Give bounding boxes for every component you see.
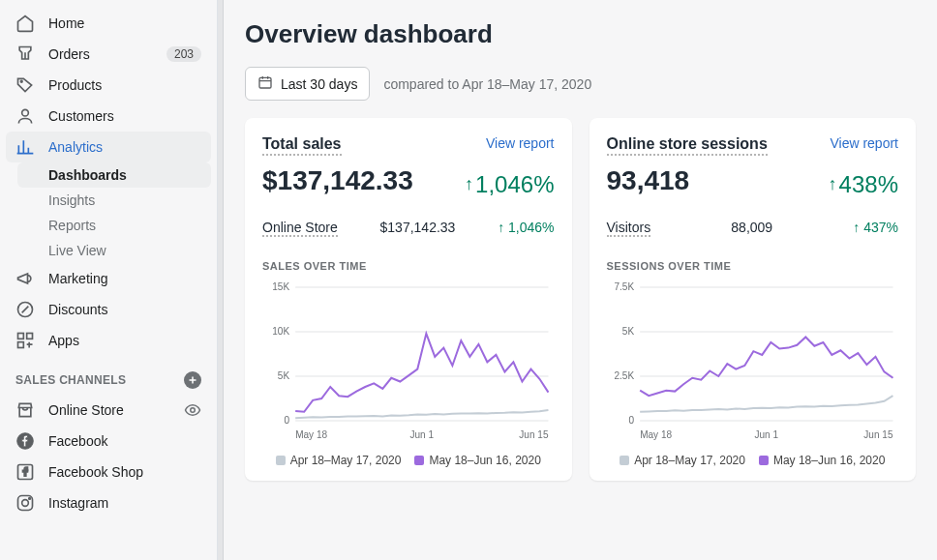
date-range-button[interactable]: Last 30 days — [245, 67, 370, 101]
nav-customers[interactable]: Customers — [6, 101, 211, 132]
svg-text:Jun 1: Jun 1 — [410, 429, 435, 440]
nav-label: Analytics — [48, 139, 201, 155]
nav-analytics[interactable]: Analytics — [6, 132, 211, 162]
instagram-icon — [15, 493, 35, 513]
arrow-up-icon: ↑ — [829, 174, 837, 194]
subnav-dashboards[interactable]: Dashboards — [17, 162, 211, 188]
apps-icon — [15, 331, 35, 350]
sessions-chart: 02.5K5K7.5KMay 18Jun 1Jun 15 — [607, 280, 899, 444]
svg-text:7.5K: 7.5K — [614, 281, 634, 292]
channel-facebook[interactable]: Facebook — [6, 426, 211, 457]
add-channel-button[interactable] — [184, 371, 201, 389]
legend-cur: May 18–Jun 16, 2020 — [759, 454, 885, 467]
svg-text:10K: 10K — [272, 326, 289, 337]
nav-label: Home — [48, 15, 201, 31]
chart-legend: Apr 18–May 17, 2020 May 18–Jun 16, 2020 — [262, 454, 555, 467]
chart-legend: Apr 18–May 17, 2020 May 18–Jun 16, 2020 — [607, 454, 899, 467]
svg-rect-12 — [259, 77, 271, 88]
nav-apps[interactable]: Apps — [6, 325, 211, 356]
compare-text: compared to Apr 18–May 17, 2020 — [383, 76, 591, 92]
orders-badge: 203 — [166, 46, 201, 62]
svg-rect-5 — [18, 342, 24, 348]
analytics-subnav: Dashboards Insights Reports Live View — [17, 162, 211, 263]
chart-title: SESSIONS OVER TIME — [607, 260, 899, 272]
nav-home[interactable]: Home — [6, 8, 211, 39]
svg-text:15K: 15K — [272, 281, 289, 292]
orders-icon — [15, 44, 35, 64]
svg-point-10 — [22, 500, 29, 507]
sidebar: Home Orders 203 Products Customers Analy… — [0, 0, 218, 560]
svg-rect-3 — [18, 334, 24, 339]
store-icon — [15, 400, 35, 420]
subrow-value: $137,142.33 — [380, 220, 456, 237]
svg-text:Jun 15: Jun 15 — [519, 429, 549, 440]
total-sales-change: ↑1,046% — [465, 171, 554, 198]
arrow-up-icon: ↑ — [465, 174, 473, 194]
discount-icon — [15, 300, 35, 319]
svg-text:0: 0 — [628, 415, 634, 426]
subrow-label: Online Store — [262, 220, 338, 237]
facebook-icon — [15, 431, 35, 451]
sales-channels-header: SALES CHANNELS — [6, 356, 211, 395]
section-title: SALES CHANNELS — [15, 373, 126, 387]
svg-text:May 18: May 18 — [640, 429, 672, 440]
subrow-label: Visitors — [607, 220, 651, 237]
view-report-link[interactable]: View report — [486, 135, 555, 151]
total-sales-value: $137,142.33 — [262, 165, 413, 196]
eye-icon[interactable] — [184, 401, 201, 419]
nav-orders[interactable]: Orders 203 — [6, 39, 211, 70]
card-title: Online store sessions — [607, 135, 768, 156]
date-range-label: Last 30 days — [281, 76, 357, 92]
svg-point-11 — [29, 498, 31, 500]
channel-instagram[interactable]: Instagram — [6, 487, 211, 518]
card-title: Total sales — [262, 135, 342, 156]
nav-label: Orders — [48, 46, 153, 62]
nav-label: Facebook Shop — [48, 464, 201, 480]
home-icon — [15, 14, 35, 33]
calendar-icon — [257, 74, 273, 93]
main-content: Overview dashboard Last 30 days compared… — [224, 0, 937, 560]
sessions-change: ↑438% — [829, 171, 898, 198]
megaphone-icon — [15, 269, 35, 288]
page-title: Overview dashboard — [245, 19, 916, 49]
view-report-link[interactable]: View report — [830, 135, 898, 151]
subrow-change: ↑ 437% — [853, 220, 898, 237]
legend-prev: Apr 18–May 17, 2020 — [276, 454, 402, 467]
svg-point-1 — [22, 109, 29, 116]
channel-facebook-shop[interactable]: Facebook Shop — [6, 457, 211, 487]
nav-label: Discounts — [48, 302, 201, 317]
svg-text:Jun 15: Jun 15 — [863, 429, 893, 440]
subnav-reports[interactable]: Reports — [17, 213, 211, 238]
nav-label: Facebook — [48, 433, 201, 449]
card-sessions: Online store sessions View report 93,418… — [589, 118, 917, 481]
svg-text:0: 0 — [285, 415, 290, 426]
chart-title: SALES OVER TIME — [262, 260, 555, 272]
legend-cur: May 18–Jun 16, 2020 — [414, 454, 540, 467]
toolbar: Last 30 days compared to Apr 18–May 17, … — [245, 67, 916, 101]
sales-chart: 05K10K15KMay 18Jun 1Jun 15 — [262, 280, 555, 444]
nav-discounts[interactable]: Discounts — [6, 294, 211, 325]
nav-products[interactable]: Products — [6, 70, 211, 101]
card-total-sales: Total sales View report $137,142.33 ↑1,0… — [245, 118, 572, 481]
svg-point-0 — [20, 80, 22, 82]
analytics-icon — [15, 137, 35, 157]
nav-label: Products — [48, 77, 201, 93]
channel-online-store[interactable]: Online Store — [6, 395, 211, 426]
subnav-insights[interactable]: Insights — [17, 188, 211, 213]
user-icon — [15, 106, 35, 126]
subrow-change: ↑ 1,046% — [498, 220, 554, 237]
subrow-value: 88,009 — [731, 220, 772, 237]
nav-marketing[interactable]: Marketing — [6, 263, 211, 294]
nav-label: Marketing — [48, 271, 201, 286]
nav-label: Customers — [48, 108, 201, 124]
facebook-shop-icon — [15, 462, 35, 482]
nav-label: Apps — [48, 333, 201, 348]
cards-row: Total sales View report $137,142.33 ↑1,0… — [245, 118, 916, 481]
legend-prev: Apr 18–May 17, 2020 — [620, 454, 745, 467]
svg-point-6 — [191, 408, 196, 413]
svg-text:5K: 5K — [278, 370, 290, 381]
tag-icon — [15, 75, 35, 95]
svg-text:Jun 1: Jun 1 — [754, 429, 778, 440]
subnav-live-view[interactable]: Live View — [17, 238, 211, 263]
svg-text:May 18: May 18 — [295, 429, 327, 440]
